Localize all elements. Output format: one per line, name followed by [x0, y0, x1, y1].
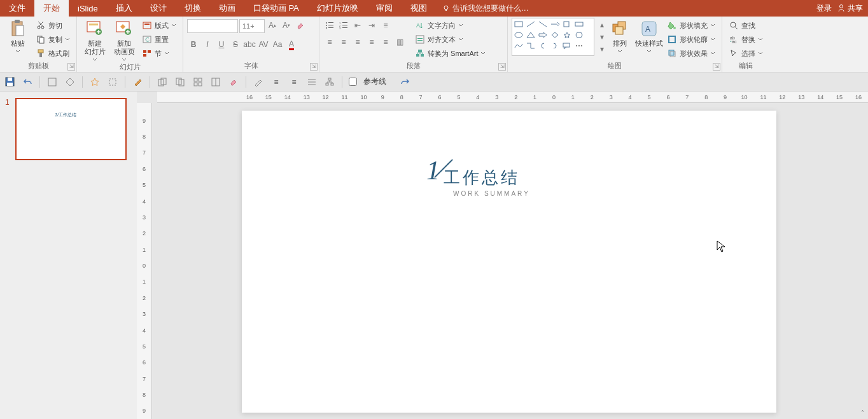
- eraser-icon: [296, 21, 305, 30]
- svg-point-2: [840, 5, 843, 8]
- tab-home[interactable]: 开始: [34, 0, 69, 17]
- shape-tri-icon: [526, 31, 536, 39]
- tab-insert[interactable]: 插入: [107, 0, 141, 17]
- shape-line2-icon: [538, 20, 548, 29]
- new-slide-button[interactable]: 新建 幻灯片: [81, 18, 109, 62]
- cut-button[interactable]: 剪切: [33, 19, 73, 32]
- ruler-tick: 15: [259, 94, 278, 100]
- qat-btn14[interactable]: [324, 76, 335, 88]
- shape-square-icon: [562, 20, 572, 29]
- slide-canvas[interactable]: 1 工作总结 WORK SUMMARY: [242, 111, 776, 413]
- qat-btn5[interactable]: [132, 76, 143, 88]
- svg-text:3: 3: [339, 27, 341, 29]
- qat-btn11[interactable]: [253, 76, 264, 88]
- tab-file[interactable]: 文件: [0, 0, 34, 17]
- strike-button[interactable]: S: [229, 38, 242, 51]
- text-direction-button[interactable]: A文字方向: [412, 19, 488, 32]
- group-drawing: ⋯ ▴ ▾ ▾ 排列 A 快速样式 形状填充 形状轮廓 形状效果: [508, 17, 722, 72]
- format-painter-button[interactable]: 格式刷: [33, 47, 73, 60]
- font-name-combo[interactable]: [187, 19, 238, 33]
- qat-btn6[interactable]: [157, 76, 168, 88]
- slide-subtitle-text: WORK SUMMARY: [453, 190, 530, 197]
- qat-btn12[interactable]: ≡: [270, 76, 282, 88]
- columns-button[interactable]: ▥: [393, 36, 406, 48]
- font-color-button[interactable]: A: [285, 38, 298, 51]
- add-anim-page-button[interactable]: 新加 动画页: [110, 18, 138, 62]
- increase-font-button[interactable]: A▴: [266, 19, 279, 32]
- increase-indent-button[interactable]: ⇥: [365, 19, 378, 32]
- copy-button[interactable]: 复制: [33, 33, 73, 46]
- undo-icon: [23, 78, 32, 86]
- paste-button[interactable]: 粘贴: [4, 18, 32, 54]
- decrease-indent-button[interactable]: ⇤: [351, 19, 364, 32]
- bold-button[interactable]: B: [187, 38, 200, 51]
- align-right-button[interactable]: ≡: [351, 36, 364, 48]
- ruler-tick: 2: [507, 94, 526, 100]
- shapes-gallery[interactable]: ⋯: [512, 18, 594, 56]
- dialog-launcher[interactable]: ⇲: [310, 63, 318, 71]
- arrange-button[interactable]: 排列: [606, 18, 634, 54]
- tab-islide[interactable]: iSlide: [69, 0, 107, 17]
- svg-text:ac: ac: [732, 39, 737, 44]
- dialog-launcher[interactable]: ⇲: [67, 63, 75, 71]
- numbering-button[interactable]: 123: [337, 19, 350, 32]
- login-link[interactable]: 登录: [816, 3, 832, 14]
- underline-button[interactable]: U: [215, 38, 228, 51]
- replace-button[interactable]: abac替换: [726, 33, 766, 46]
- italic-button[interactable]: I: [201, 38, 214, 51]
- tab-view[interactable]: 视图: [402, 0, 436, 17]
- shadow-button[interactable]: abc: [243, 38, 256, 51]
- distribute-button[interactable]: ≡: [379, 36, 392, 48]
- tab-review[interactable]: 审阅: [367, 0, 402, 17]
- qat-btn10[interactable]: [228, 76, 239, 88]
- align-left-button[interactable]: ≡: [323, 36, 336, 48]
- align-text-button[interactable]: 对齐文本: [412, 33, 488, 46]
- tab-slideshow[interactable]: 幻灯片放映: [308, 0, 367, 17]
- shape-effects-button[interactable]: 形状效果: [664, 47, 718, 60]
- slide-thumbnail-1[interactable]: 1/工作总结: [15, 98, 127, 160]
- tab-design[interactable]: 设计: [141, 0, 176, 17]
- dialog-launcher[interactable]: ⇲: [713, 63, 720, 71]
- smartart-label: 转换为 SmartArt: [428, 49, 478, 58]
- char-spacing-button[interactable]: AV: [257, 38, 270, 51]
- bullets-button[interactable]: [323, 19, 336, 32]
- shape-fill-button[interactable]: 形状填充: [664, 19, 718, 32]
- justify-button[interactable]: ≡: [365, 36, 378, 48]
- section-button[interactable]: 节: [139, 47, 179, 60]
- align-center-button[interactable]: ≡: [337, 36, 350, 48]
- tell-me[interactable]: 告诉我您想要做什么…: [436, 0, 535, 17]
- qat-btn1[interactable]: [46, 76, 58, 88]
- smartart-button[interactable]: 转换为 SmartArt: [412, 47, 488, 60]
- find-button[interactable]: 查找: [726, 19, 766, 32]
- qat-btn7[interactable]: [174, 76, 186, 88]
- guides-checkbox[interactable]: [349, 78, 357, 86]
- clear-format-button[interactable]: [294, 19, 307, 32]
- qat-btn3[interactable]: [89, 76, 101, 88]
- qat-btn4[interactable]: [107, 76, 118, 88]
- change-case-button[interactable]: Aa: [271, 38, 284, 51]
- qat-btn9[interactable]: [210, 76, 221, 88]
- tab-pocket[interactable]: 口袋动画 PA: [244, 0, 308, 17]
- line-spacing-button[interactable]: ≡: [379, 19, 392, 32]
- share-button[interactable]: 共享: [837, 3, 863, 14]
- shape-outline-button[interactable]: 形状轮廓: [664, 33, 718, 46]
- qat-btn8[interactable]: [192, 76, 204, 88]
- quick-styles-button[interactable]: A 快速样式: [635, 18, 663, 54]
- font-size-combo[interactable]: 11+: [239, 19, 265, 33]
- layout-button[interactable]: 版式: [139, 19, 179, 32]
- shape-star-icon: [562, 31, 572, 39]
- dialog-launcher[interactable]: ⇲: [498, 63, 506, 71]
- tab-animation[interactable]: 动画: [210, 0, 244, 17]
- tab-transition[interactable]: 切换: [176, 0, 210, 17]
- reset-button[interactable]: 重置: [139, 33, 179, 46]
- qat-btn12b[interactable]: ≡: [288, 76, 300, 88]
- save-button[interactable]: [4, 76, 15, 88]
- undo-button[interactable]: [22, 76, 33, 88]
- ruler-tick: 3: [487, 94, 507, 100]
- qat-btn13[interactable]: [306, 76, 318, 88]
- select-button[interactable]: 选择: [726, 47, 766, 60]
- decrease-font-button[interactable]: A▾: [280, 19, 293, 32]
- shape-diamond-icon: [550, 31, 560, 39]
- qat-btn2[interactable]: [64, 76, 76, 88]
- redo-button[interactable]: [399, 76, 410, 88]
